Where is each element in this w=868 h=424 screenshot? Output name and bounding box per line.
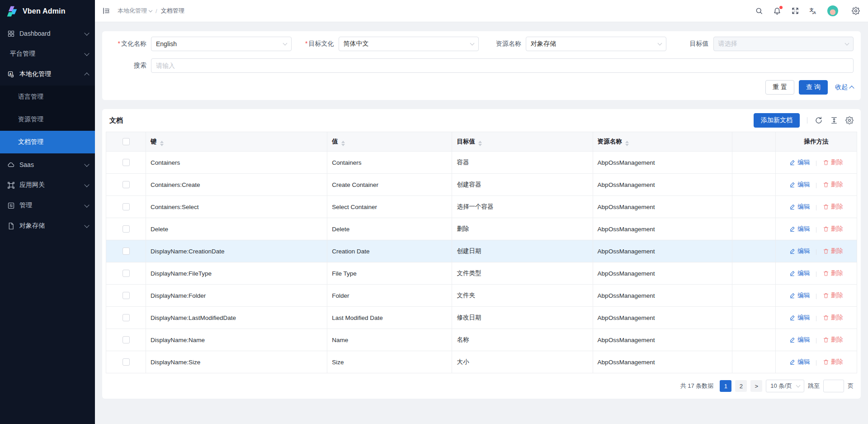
edit-button[interactable]: 编辑 bbox=[789, 158, 810, 167]
row-checkbox[interactable] bbox=[123, 336, 130, 343]
settings-icon[interactable] bbox=[852, 7, 860, 15]
column-header-target-value[interactable]: 目标值 bbox=[452, 132, 593, 152]
row-checkbox[interactable] bbox=[123, 159, 130, 166]
chevron-down-icon bbox=[84, 30, 89, 35]
sidebar-item-document-management[interactable]: 文档管理 bbox=[0, 131, 95, 153]
query-button[interactable]: 查 询 bbox=[799, 80, 828, 95]
user-avatar[interactable] bbox=[827, 5, 838, 16]
edit-button[interactable]: 编辑 bbox=[789, 358, 810, 366]
target-culture-select[interactable]: 简体中文 bbox=[339, 37, 479, 51]
documents-table: 键 值 目标值 资源名称 操作方法 Containers Containers … bbox=[106, 132, 857, 373]
edit-button[interactable]: 编辑 bbox=[789, 247, 810, 255]
sidebar-item-dashboard[interactable]: Dashboard bbox=[0, 24, 95, 43]
page-button-2[interactable]: 2 bbox=[735, 380, 747, 392]
filter-panel: *文化名称 English *目标文化 简体中文 bbox=[102, 31, 861, 100]
filter-field-target-value: 目标值 请选择 bbox=[672, 37, 854, 51]
cell-actions: 编辑 删除 bbox=[775, 307, 857, 329]
edit-button[interactable]: 编辑 bbox=[789, 314, 810, 322]
sort-icon[interactable] bbox=[625, 141, 629, 146]
sort-icon[interactable] bbox=[341, 141, 345, 146]
reset-button[interactable]: 重 置 bbox=[765, 80, 794, 95]
collapse-sidebar-icon[interactable] bbox=[102, 7, 110, 15]
delete-button[interactable]: 删除 bbox=[823, 269, 843, 277]
breadcrumb: 本地化管理 / 文档管理 bbox=[118, 7, 184, 15]
action-divider bbox=[816, 161, 816, 166]
trash-icon bbox=[823, 226, 829, 232]
column-header-key[interactable]: 键 bbox=[146, 132, 327, 152]
sort-icon[interactable] bbox=[160, 141, 164, 146]
sidebar-item-gateway[interactable]: 应用网关 bbox=[0, 176, 95, 194]
next-page-button[interactable]: > bbox=[750, 380, 762, 392]
sidebar-item-object-storage[interactable]: 对象存储 bbox=[0, 217, 95, 235]
breadcrumb-root[interactable]: 本地化管理 bbox=[118, 7, 152, 15]
jump-page-input[interactable] bbox=[823, 380, 844, 392]
sidebar-item-platform[interactable]: 平台管理 bbox=[0, 45, 95, 63]
row-checkbox-cell bbox=[106, 262, 146, 285]
app-logo[interactable]: Vben Admin bbox=[0, 0, 95, 22]
delete-button[interactable]: 删除 bbox=[823, 358, 843, 366]
sidebar-item-label: Saas bbox=[19, 161, 80, 168]
row-checkbox[interactable] bbox=[123, 292, 130, 299]
delete-button[interactable]: 删除 bbox=[823, 203, 843, 211]
row-checkbox[interactable] bbox=[123, 314, 130, 321]
edit-button[interactable]: 编辑 bbox=[789, 291, 810, 300]
row-checkbox[interactable] bbox=[123, 181, 130, 188]
delete-button[interactable]: 删除 bbox=[823, 247, 843, 255]
delete-button[interactable]: 删除 bbox=[823, 314, 843, 322]
action-divider bbox=[816, 249, 816, 255]
delete-button[interactable]: 删除 bbox=[823, 158, 843, 167]
action-divider bbox=[816, 294, 816, 299]
select-all-checkbox[interactable] bbox=[123, 138, 130, 145]
delete-button[interactable]: 删除 bbox=[823, 225, 843, 233]
fullscreen-icon[interactable] bbox=[791, 7, 799, 15]
trash-icon bbox=[823, 204, 829, 210]
row-height-icon[interactable] bbox=[830, 116, 838, 124]
page-size-value: 10 条/页 bbox=[770, 382, 792, 390]
cell-key: DisplayName:Size bbox=[146, 351, 327, 373]
search-icon[interactable] bbox=[755, 7, 763, 15]
add-document-button[interactable]: 添加新文档 bbox=[754, 113, 800, 128]
cell-key: Delete bbox=[146, 218, 327, 240]
delete-button[interactable]: 删除 bbox=[823, 181, 843, 189]
row-checkbox[interactable] bbox=[123, 203, 130, 210]
page-button-1[interactable]: 1 bbox=[720, 380, 731, 392]
page-size-select[interactable]: 10 条/页 bbox=[766, 380, 804, 392]
target-value-select[interactable]: 请选择 bbox=[713, 37, 854, 51]
delete-button[interactable]: 删除 bbox=[823, 336, 843, 344]
chevron-up-icon bbox=[849, 86, 854, 91]
search-input[interactable] bbox=[151, 58, 854, 73]
toolbar-divider bbox=[807, 117, 807, 124]
sidebar-item-localization[interactable]: A 本地化管理 bbox=[0, 65, 95, 83]
edit-button[interactable]: 编辑 bbox=[789, 181, 810, 189]
column-header-resource-name[interactable]: 资源名称 bbox=[593, 132, 732, 152]
table-row: Containers Containers 容器 AbpOssManagemen… bbox=[106, 152, 857, 174]
cell-resource-name: AbpOssManagement bbox=[593, 262, 732, 285]
column-settings-icon[interactable] bbox=[845, 116, 854, 124]
sidebar-item-saas[interactable]: Saas bbox=[0, 156, 95, 174]
collapse-filter-link[interactable]: 收起 bbox=[835, 83, 854, 91]
row-checkbox-cell bbox=[106, 351, 146, 373]
translate-icon[interactable]: 文 A bbox=[809, 7, 817, 15]
breadcrumb-current[interactable]: 文档管理 bbox=[161, 7, 184, 15]
row-checkbox[interactable] bbox=[123, 225, 130, 233]
delete-button[interactable]: 删除 bbox=[823, 291, 843, 300]
row-checkbox[interactable] bbox=[123, 358, 130, 366]
edit-button[interactable]: 编辑 bbox=[789, 203, 810, 211]
edit-button[interactable]: 编辑 bbox=[789, 225, 810, 233]
edit-button[interactable]: 编辑 bbox=[789, 269, 810, 277]
action-divider bbox=[816, 272, 816, 277]
documents-panel: 文档 添加新文档 bbox=[102, 109, 861, 399]
sidebar-item-language-management[interactable]: 语言管理 bbox=[0, 86, 95, 108]
sidebar-item-resource-management[interactable]: 资源管理 bbox=[0, 108, 95, 131]
sidebar-item-management[interactable]: 管理 bbox=[0, 196, 95, 214]
row-checkbox[interactable] bbox=[123, 270, 130, 277]
culture-name-select[interactable]: English bbox=[151, 37, 292, 51]
sort-icon[interactable] bbox=[478, 141, 482, 146]
notification-icon[interactable] bbox=[773, 7, 781, 15]
cell-key: DisplayName:LastModifiedDate bbox=[146, 307, 327, 329]
resource-name-select[interactable]: 对象存储 bbox=[526, 37, 666, 51]
edit-button[interactable]: 编辑 bbox=[789, 336, 810, 344]
row-checkbox[interactable] bbox=[123, 248, 130, 255]
column-header-value[interactable]: 值 bbox=[327, 132, 452, 152]
refresh-icon[interactable] bbox=[815, 116, 823, 124]
